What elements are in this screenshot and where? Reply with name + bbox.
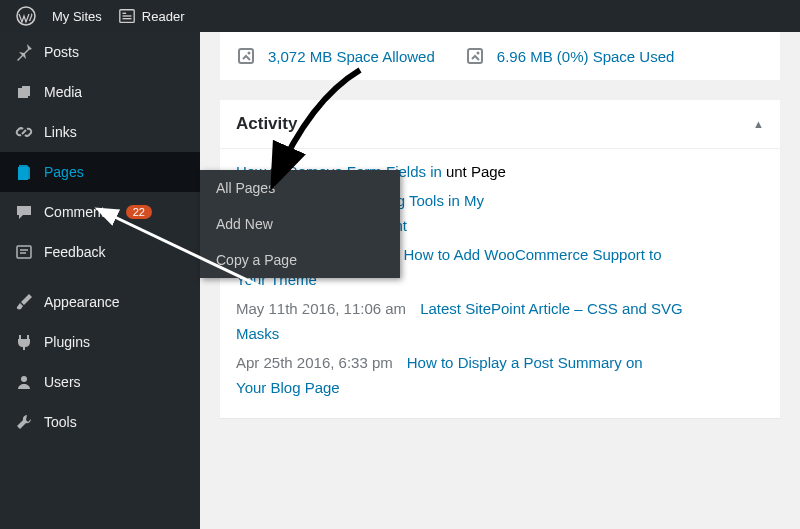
entry-link[interactable]: How to Add WooCommerce Support to xyxy=(403,246,661,263)
feedback-icon xyxy=(14,242,34,262)
sidebar-item-comments[interactable]: Comments 22 xyxy=(0,192,200,232)
disk-icon xyxy=(465,44,489,68)
space-allowed: 3,072 MB Space Allowed xyxy=(236,44,435,68)
media-icon xyxy=(14,82,34,102)
entry-link-cont[interactable]: Masks xyxy=(236,325,279,342)
submenu-all-pages[interactable]: All Pages xyxy=(200,170,400,206)
my-sites-label: My Sites xyxy=(52,9,102,24)
appearance-label: Appearance xyxy=(44,294,120,310)
sidebar-item-media[interactable]: Media xyxy=(0,72,200,112)
tools-label: Tools xyxy=(44,414,77,430)
pages-label: Pages xyxy=(44,164,84,180)
disk-icon xyxy=(236,44,260,68)
entry-link[interactable]: Latest SitePoint Article – CSS and SVG xyxy=(420,300,683,317)
comments-badge: 22 xyxy=(126,205,152,219)
entry-date: May 11th 2016, 11:06 am xyxy=(236,300,406,317)
sidebar-item-pages[interactable]: Pages xyxy=(0,152,200,192)
space-used: 6.96 MB (0%) Space Used xyxy=(465,44,675,68)
storage-widget: 3,072 MB Space Allowed 6.96 MB (0%) Spac… xyxy=(220,32,780,80)
pin-icon xyxy=(14,42,34,62)
sidebar-item-links[interactable]: Links xyxy=(0,112,200,152)
entry-link[interactable]: How to Display a Post Summary on xyxy=(407,354,643,371)
activity-entry: Apr 25th 2016, 6:33 pmHow to Display a P… xyxy=(236,348,764,402)
admin-sidebar: Posts Media Links Pages Comments 22 Feed… xyxy=(0,32,200,529)
posts-label: Posts xyxy=(44,44,79,60)
svg-rect-6 xyxy=(17,246,31,258)
users-label: Users xyxy=(44,374,81,390)
entry-link-cont[interactable]: Your Blog Page xyxy=(236,379,340,396)
space-allowed-link[interactable]: 3,072 MB Space Allowed xyxy=(268,48,435,65)
brush-icon xyxy=(14,292,34,312)
activity-title: Activity xyxy=(236,114,297,134)
space-used-link[interactable]: 6.96 MB (0%) Space Used xyxy=(497,48,675,65)
wp-logo[interactable] xyxy=(8,0,44,32)
comment-icon xyxy=(14,202,34,222)
svg-point-9 xyxy=(21,376,27,382)
panel-toggle[interactable]: ▲ xyxy=(753,118,764,130)
pages-icon xyxy=(14,162,34,182)
sidebar-item-feedback[interactable]: Feedback xyxy=(0,232,200,272)
comments-label: Comments xyxy=(44,204,112,220)
plugins-label: Plugins xyxy=(44,334,90,350)
topbar-reader[interactable]: Reader xyxy=(110,0,193,32)
sidebar-item-tools[interactable]: Tools xyxy=(0,402,200,442)
sidebar-item-users[interactable]: Users xyxy=(0,362,200,402)
svg-point-13 xyxy=(476,52,479,55)
tools-icon xyxy=(14,412,34,432)
reader-label: Reader xyxy=(142,9,185,24)
sidebar-item-appearance[interactable]: Appearance xyxy=(0,282,200,322)
media-label: Media xyxy=(44,84,82,100)
submenu-copy-page[interactable]: Copy a Page xyxy=(200,242,400,278)
feedback-label: Feedback xyxy=(44,244,105,260)
content-area: 3,072 MB Space Allowed 6.96 MB (0%) Spac… xyxy=(200,32,800,529)
sidebar-item-posts[interactable]: Posts xyxy=(0,32,200,72)
entry-date: Apr 25th 2016, 6:33 pm xyxy=(236,354,393,371)
svg-rect-5 xyxy=(18,167,28,180)
links-label: Links xyxy=(44,124,77,140)
pages-submenu: All Pages Add New Copy a Page xyxy=(200,170,400,278)
sidebar-item-plugins[interactable]: Plugins xyxy=(0,322,200,362)
plugin-icon xyxy=(14,332,34,352)
link-icon xyxy=(14,122,34,142)
topbar-my-sites[interactable]: My Sites xyxy=(44,0,110,32)
activity-entry: May 11th 2016, 11:06 amLatest SitePoint … xyxy=(236,294,764,348)
users-icon xyxy=(14,372,34,392)
submenu-add-new[interactable]: Add New xyxy=(200,206,400,242)
svg-point-11 xyxy=(248,52,251,55)
